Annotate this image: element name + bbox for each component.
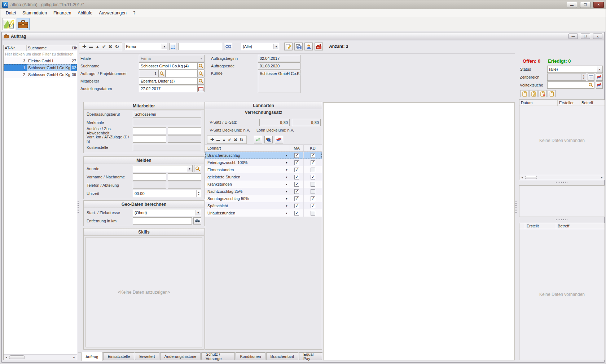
zieladresse-select[interactable]: (Ohne)▼ xyxy=(133,209,201,216)
child-close-button[interactable]: x xyxy=(593,34,602,39)
lohnart-row[interactable]: Urlaubsstunden▼ xyxy=(205,209,322,217)
kd-checkbox[interactable] xyxy=(311,196,315,201)
zus-abwesenheit-input[interactable] xyxy=(168,127,201,134)
lohnart-row[interactable]: geleistete Stunden▼ xyxy=(205,173,322,181)
tab[interactable]: Schutz / Vorsorge xyxy=(201,352,235,360)
telefon-input[interactable] xyxy=(133,182,166,189)
minimize-button[interactable]: ▬ xyxy=(567,2,577,8)
delete-icon[interactable]: ▬ xyxy=(89,44,93,49)
column-header-erstellt[interactable]: Erstellt xyxy=(525,223,556,229)
find-button[interactable] xyxy=(224,43,232,50)
volltextsuche-input[interactable] xyxy=(547,81,594,89)
lohnart-row[interactable]: Spätschicht▼ xyxy=(205,202,322,209)
up-icon[interactable]: ▲ xyxy=(96,44,100,49)
note-new-button[interactable] xyxy=(521,90,528,97)
column-header-atnr[interactable]: AT-Nr. xyxy=(4,45,27,51)
note-edit-button[interactable] xyxy=(530,90,537,97)
search-field-select[interactable]: Firma▼ xyxy=(124,43,167,50)
scroll-thumb[interactable] xyxy=(9,355,25,359)
suchname-input[interactable]: Schlosser GmbH Co.Kg (4) xyxy=(139,62,197,70)
employee-button[interactable] xyxy=(304,43,313,50)
ausstellungsdatum-input[interactable]: 27.02.2017 xyxy=(139,85,197,92)
up-icon[interactable]: ▲ xyxy=(222,138,226,142)
lohnart-row[interactable]: Nachtzuschlag 25%▼ xyxy=(205,188,322,195)
kostenstelle-input[interactable] xyxy=(133,144,201,151)
ma-checkbox[interactable] xyxy=(294,182,299,187)
ma-checkbox[interactable] xyxy=(294,189,299,194)
ma-checkbox[interactable] xyxy=(294,153,299,158)
map-button[interactable] xyxy=(2,18,15,30)
ma-checkbox[interactable] xyxy=(294,204,299,208)
uhrzeit-input[interactable]: 00:00▲▼ xyxy=(133,190,201,197)
child-restore-button[interactable]: ❐ xyxy=(581,34,590,39)
column-header-ub[interactable]: Üb xyxy=(71,45,77,51)
menu-item[interactable]: Datei xyxy=(3,9,19,17)
zeitbereich-clear-button[interactable] xyxy=(596,74,603,81)
spinner-icon[interactable]: ▲▼ xyxy=(581,74,586,80)
kd-checkbox[interactable] xyxy=(311,153,315,158)
tab[interactable]: Auftrag xyxy=(81,352,102,361)
column-header-lohnart[interactable]: Lohnart xyxy=(205,145,290,151)
zeitbereich-calendar-button[interactable] xyxy=(588,74,594,81)
kd-checkbox[interactable] xyxy=(311,204,315,208)
mitarbeiter-input[interactable]: Eberhart, Dieter (3) xyxy=(139,77,197,85)
ueberlassungsberuf-input[interactable]: Schlosser/in xyxy=(133,111,201,118)
abteilung-input[interactable] xyxy=(168,182,201,189)
column-header-suchname[interactable]: Suchname xyxy=(27,45,71,51)
edit-note-button[interactable] xyxy=(284,43,293,50)
note-preview-box[interactable] xyxy=(519,185,605,217)
lohnart-row[interactable]: Branchenzuschlag▼ xyxy=(205,152,322,159)
scroll-thumb[interactable] xyxy=(525,176,537,179)
vorname-input[interactable] xyxy=(133,173,166,181)
entfernung-input[interactable] xyxy=(133,217,192,225)
chevron-down-icon[interactable]: ▼ xyxy=(285,212,288,214)
menu-item[interactable]: ? xyxy=(130,9,139,17)
list-item[interactable]: 2 Schlosser GmbH Co.Kg 09 xyxy=(4,71,77,78)
menu-item[interactable]: Auswertungen xyxy=(96,9,130,17)
suchname-lookup-button[interactable] xyxy=(197,62,205,70)
tab[interactable]: Equal Pay xyxy=(299,352,322,360)
magnifier-icon[interactable] xyxy=(588,83,594,88)
kd-checkbox[interactable] xyxy=(311,211,315,216)
vsatz-input[interactable]: 9,80 xyxy=(259,119,290,126)
projektnr-lookup-button[interactable] xyxy=(197,70,205,77)
column-header-kd[interactable]: KD xyxy=(304,145,322,151)
tab[interactable]: Konditionen xyxy=(236,352,265,360)
column-header-datum[interactable]: Datum xyxy=(519,100,558,106)
spinner-icon[interactable]: ▲▼ xyxy=(196,190,201,197)
ausloese-input[interactable] xyxy=(133,127,166,134)
copy-lohnarten-button[interactable] xyxy=(264,136,273,143)
scroll-left-icon[interactable]: ◄ xyxy=(519,176,525,179)
selection-mode-button[interactable] xyxy=(169,43,176,50)
column-header-ersteller[interactable]: Ersteller xyxy=(558,100,580,106)
recalculate-button[interactable] xyxy=(254,136,262,143)
tab[interactable]: Branchentarif xyxy=(266,352,298,360)
zeitbereich-input[interactable]: ▲▼ xyxy=(547,74,586,81)
lohnart-row[interactable]: Sonntagszuschlag 50%▼ xyxy=(205,195,322,202)
auftragsbeginn-input[interactable]: 02.04.2017 xyxy=(258,55,300,62)
status-select[interactable]: (alle)▼ xyxy=(547,66,603,73)
customer-button[interactable] xyxy=(315,43,323,50)
ma-checkbox[interactable] xyxy=(294,160,299,165)
merkmale-input[interactable] xyxy=(133,119,201,126)
anrede-select[interactable]: ▼ xyxy=(133,165,193,172)
chevron-down-icon[interactable]: ▼ xyxy=(285,197,288,200)
chevron-down-icon[interactable]: ▼ xyxy=(285,205,288,207)
refresh-icon[interactable]: ↻ xyxy=(240,137,243,142)
save-copy-button[interactable] xyxy=(294,43,303,50)
kd-checkbox[interactable] xyxy=(311,182,315,187)
auftragsnr-lookup-button[interactable] xyxy=(158,70,166,77)
tab[interactable]: Einsatzstelle xyxy=(103,352,134,360)
note-copy-button[interactable] xyxy=(548,90,556,97)
child-minimize-button[interactable]: — xyxy=(568,34,578,39)
column-header-blank[interactable] xyxy=(519,223,525,229)
notes-area[interactable] xyxy=(323,102,515,360)
chevron-down-icon[interactable]: ▼ xyxy=(285,176,288,178)
auftragsende-input[interactable]: 01.08.2020 xyxy=(258,62,300,70)
add-icon[interactable]: ✚ xyxy=(210,137,214,142)
scroll-left-icon[interactable]: ◄ xyxy=(4,356,9,359)
chevron-down-icon[interactable]: ▼ xyxy=(285,161,288,164)
scope-select[interactable]: (Alle)▼ xyxy=(241,43,279,50)
cancel-icon[interactable]: ✖ xyxy=(109,44,113,49)
menu-item[interactable]: Stammdaten xyxy=(19,9,50,17)
